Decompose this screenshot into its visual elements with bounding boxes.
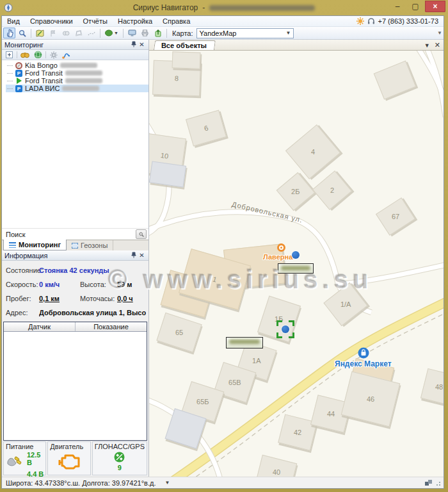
map-tab-all-objects[interactable]: Все объекты [154, 40, 216, 50]
map-combo-label: Карта: [172, 29, 193, 37]
settings-button[interactable] [49, 51, 59, 60]
map-provider-combobox[interactable]: YandexMap ▼ [196, 28, 294, 38]
polyline-tool-button[interactable] [85, 28, 97, 38]
show-on-map-button[interactable] [33, 51, 43, 60]
left-panel: Мониторинг ✕ [2, 40, 149, 477]
toolbar-separator [123, 29, 124, 38]
map-tab-dropdown-icon[interactable]: ▼ [424, 42, 430, 49]
connection-icon [425, 480, 432, 486]
close-button[interactable]: × [425, 1, 445, 12]
menu-directories[interactable]: Справочники [25, 17, 78, 26]
magnifier-icon [19, 29, 26, 37]
title-separator: - [202, 3, 205, 12]
tab-monitoring-label: Мониторинг [19, 241, 61, 249]
maximize-button[interactable]: ▢ [407, 1, 424, 12]
binoculars-button[interactable] [20, 51, 30, 60]
headset-icon [367, 17, 375, 25]
speed-value: 0 км/ч [39, 281, 80, 288]
poi-market-icon[interactable] [358, 347, 369, 359]
engine-title: Двигатель [50, 443, 88, 450]
gps-title: ГЛОНАСС/GPS [95, 443, 145, 450]
map-tab-label: Все объекты [161, 42, 207, 49]
blurred-plate [65, 70, 102, 76]
geozone-color-button[interactable]: ▼ [103, 28, 120, 38]
toolbar-separator [31, 29, 31, 38]
engine-icon [57, 452, 84, 472]
vehicle-map-label[interactable] [278, 263, 314, 274]
close-panel-icon[interactable]: ✕ [138, 41, 146, 48]
engine-box: Двигатель [47, 441, 90, 475]
close-panel-icon[interactable]: ✕ [138, 252, 146, 259]
list-icon [9, 242, 16, 248]
altitude-label: Высота: [80, 281, 117, 288]
poi-market-label[interactable]: Яндекс Маркет [335, 359, 392, 368]
pin-icon[interactable] [129, 252, 138, 259]
poi-lavern-icon[interactable] [277, 243, 285, 252]
monitor-icon [128, 29, 136, 37]
track-button[interactable] [61, 51, 72, 60]
vehicle-parked-icon: P [15, 70, 22, 77]
map-building [149, 161, 186, 187]
tab-geozones[interactable]: Геозоны [67, 240, 113, 250]
toolbar-separator [166, 29, 167, 38]
menu-help[interactable]: Справка [157, 17, 195, 26]
mileage-label: Пробег: [6, 295, 39, 302]
menu-reports[interactable]: Отчёты [78, 17, 113, 26]
blurred-title-text [209, 5, 315, 11]
vehicle-name: LADA ВИС [25, 85, 60, 92]
coordinates-dropdown-icon[interactable]: ▼ [164, 480, 170, 486]
poi-lavern-label[interactable]: Лаверна [263, 253, 292, 261]
minimize-button[interactable]: – [389, 1, 406, 12]
support-phone: +7 (863) 333-01-73 [378, 17, 438, 25]
polygon-tool-button[interactable] [72, 28, 84, 38]
app-window: Сириус Навигатор - – ▢ × Вид Справочники… [0, 0, 448, 492]
support-sun-icon [356, 17, 364, 25]
map-canvas[interactable]: 8 6 10 4 2Б 2 67 1 1Б 1/А 65 [149, 51, 444, 477]
menu-settings[interactable]: Настройка [113, 17, 157, 26]
gps-satellite-icon [114, 452, 125, 463]
map-tabbar: Все объекты ▼ ✕ [149, 40, 444, 51]
screenshot-button[interactable] [126, 28, 138, 38]
print-button[interactable] [139, 28, 151, 38]
vehicle-row-lada-vis[interactable]: P LADA ВИС [6, 85, 148, 92]
vehicle-row-kia-bongo[interactable]: Kia Bongo [6, 62, 148, 69]
flag-gray-icon [49, 29, 57, 37]
vehicle-name: Kia Bongo [25, 62, 58, 69]
search-icon [139, 232, 144, 237]
search-button[interactable] [136, 229, 147, 239]
info-rows: Состояние: Стоянка 42 секунды Скорость: … [2, 261, 148, 321]
pin-icon[interactable] [129, 41, 138, 49]
monitoring-toolbar [2, 50, 148, 60]
address-value: Добровольская улица 1, Высокое, ... [39, 309, 146, 316]
address-label: Адрес: [6, 309, 39, 316]
power-plug-icon [6, 454, 23, 468]
state-label: Состояние: [6, 266, 39, 274]
selected-vehicle-marker[interactable] [282, 325, 289, 333]
hours-label: Моточасы: [80, 295, 117, 302]
hours-value[interactable]: 0,0 ч [117, 295, 146, 302]
expand-tree-button[interactable] [4, 51, 14, 60]
pan-tool-button[interactable] [3, 28, 15, 38]
add-circle-button[interactable] [60, 28, 72, 38]
menu-view[interactable]: Вид [2, 17, 25, 26]
tab-monitoring[interactable]: Мониторинг [3, 240, 67, 250]
search-label: Поиск [6, 231, 25, 238]
map-tab-close-icon[interactable]: ✕ [435, 41, 440, 49]
tab-geozones-label: Геозоны [81, 242, 108, 249]
resize-grip[interactable] [435, 480, 441, 486]
toolbar-separator [100, 29, 100, 38]
vehicle-marker[interactable] [292, 251, 300, 259]
selected-vehicle-map-label[interactable] [226, 337, 263, 348]
add-point-button[interactable] [47, 28, 59, 38]
vehicle-moving-icon [15, 78, 22, 85]
reading-column-header[interactable]: Показание [76, 322, 147, 331]
vehicle-row-ford-transit-2[interactable]: Ford Transit [6, 77, 148, 85]
mileage-value[interactable]: 0,1 км [39, 295, 80, 302]
vehicle-row-ford-transit-1[interactable]: P Ford Transit [6, 69, 148, 77]
export-button[interactable] [152, 28, 164, 38]
search-input[interactable] [28, 230, 133, 239]
sensor-column-header[interactable]: Датчик [4, 322, 76, 331]
toolbar-overflow-icon[interactable]: ▼ [437, 30, 442, 36]
zoom-tool-button[interactable] [16, 28, 28, 38]
map-edit-button[interactable] [34, 28, 46, 38]
